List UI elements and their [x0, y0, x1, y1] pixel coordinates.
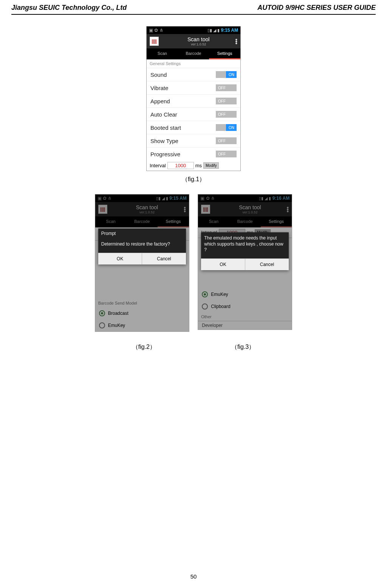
app-version: ver:1.0.52 [110, 210, 184, 214]
app-title: Scan tool [110, 204, 184, 210]
header-rule [11, 14, 376, 15]
header-left: Jiangsu SEUIC Technology Co., Ltd [11, 4, 127, 12]
app-bar: |||| Scan tool ver:1.0.52 ••• [147, 34, 240, 48]
menu-icon[interactable]: ••• [235, 39, 237, 44]
status-right-icons: ▯▮ ◢ ▮ [259, 196, 271, 201]
status-time: 9:16 AM [272, 196, 290, 201]
status-left-icons: ▣ ✿ ⋔ [98, 196, 112, 201]
row-booted: Booted start [150, 124, 216, 131]
row-developer: Developer [202, 323, 288, 328]
caption-fig3: （fig.3） [231, 343, 255, 351]
cancel-button[interactable]: Cancel [142, 253, 186, 264]
toggle-booted[interactable]: ON [216, 124, 237, 131]
screenshot-fig3: ▣ ✿ ⋔▯▮ ◢ ▮ 9:16 AM ||||Scan toolver:1.0… [198, 194, 292, 330]
radio-emukey-label: EmuKey [108, 323, 125, 328]
tab-scan[interactable]: Scan [147, 48, 178, 59]
section-other: Other [198, 313, 292, 321]
menu-icon[interactable]: ••• [184, 207, 186, 212]
radio-broadcast-label: Broadcast [108, 311, 128, 316]
dialog-emulated: The emulated mode needs the input which … [201, 232, 289, 270]
tab-barcode[interactable]: Barcode [178, 48, 209, 59]
status-bar: ▣ ✿ ⋔ ▯▮ ◢ ▮ 9:15 AM [147, 26, 240, 34]
app-title: Scan tool [162, 36, 235, 42]
caption-fig1: （fig.1） [11, 176, 376, 184]
menu-icon[interactable]: ••• [287, 207, 289, 212]
toggle-showtype[interactable]: OFF [216, 137, 237, 144]
app-version: ver:1.0.52 [162, 42, 235, 46]
row-showtype: Show Type [150, 138, 216, 144]
toggle-autoclear[interactable]: OFF [216, 111, 237, 118]
section-general: General Settings [147, 59, 240, 68]
status-right-icons: ▯▮ ◢ ▮ [156, 196, 168, 201]
status-left-icons: ▣ ✿ ⋔ [149, 28, 163, 33]
toggle-progressive[interactable]: OFF [216, 151, 237, 157]
radio-clipboard-label: Clipboard [211, 304, 230, 309]
row-progressive: Progressive [150, 151, 216, 157]
status-left-icons: ▣ ✿ ⋔ [200, 196, 215, 201]
ok-button[interactable]: OK [98, 253, 142, 264]
tab-scan[interactable]: Scan [198, 216, 229, 227]
radio-emukey[interactable] [99, 322, 105, 328]
toggle-vibrate[interactable]: OFF [216, 84, 237, 91]
radio-clipboard[interactable] [202, 303, 208, 310]
app-icon: |||| [98, 205, 107, 214]
app-version: ver:1.0.52 [213, 210, 286, 214]
screenshot-fig2: ▣ ✿ ⋔▯▮ ◢ ▮ 9:15 AM ||||Scan toolver:1.0… [95, 194, 189, 332]
row-append: Append [150, 98, 216, 104]
dialog-title: Prompt [98, 229, 186, 238]
tab-scan[interactable]: Scan [95, 216, 127, 227]
section-barcode-send: Barcode Send Model [95, 299, 189, 307]
interval-unit: ms [195, 163, 202, 168]
page-number: 50 [0, 573, 387, 580]
row-autoclear: Auto Clear [150, 111, 216, 118]
radio-emukey[interactable] [202, 291, 208, 297]
interval-input[interactable] [167, 162, 194, 169]
app-icon: |||| [201, 205, 210, 214]
toggle-sound[interactable]: ON [216, 71, 237, 78]
tab-settings[interactable]: Settings [261, 216, 292, 227]
tabs: Scan Barcode Settings [147, 48, 240, 59]
interval-label: Interval [150, 163, 166, 168]
dialog-prompt: Prompt Determined to restore the factory… [98, 229, 186, 264]
status-time: 9:15 AM [169, 196, 187, 201]
tab-barcode[interactable]: Barcode [126, 216, 158, 227]
tab-settings[interactable]: Settings [158, 216, 189, 227]
app-title: Scan tool [213, 204, 286, 210]
modify-button[interactable]: Modify [203, 162, 219, 169]
toggle-append[interactable]: OFF [216, 98, 237, 104]
radio-emukey-label: EmuKey [211, 292, 228, 297]
ok-button[interactable]: OK [201, 258, 245, 270]
dialog-body: Determined to restore the factory? [98, 238, 186, 253]
status-right-icons: ▯▮ ◢ ▮ [207, 28, 220, 33]
screenshot-fig1: ▣ ✿ ⋔ ▯▮ ◢ ▮ 9:15 AM |||| Scan tool ver:… [146, 26, 241, 171]
app-icon: |||| [150, 37, 159, 46]
row-vibrate: Vibrate [150, 85, 216, 91]
caption-fig2: （fig.2） [132, 343, 156, 351]
status-time: 9:15 AM [221, 28, 238, 33]
cancel-button[interactable]: Cancel [245, 258, 289, 270]
tab-barcode[interactable]: Barcode [229, 216, 261, 227]
tab-settings[interactable]: Settings [209, 48, 240, 59]
header-right: AUTOID 9/9HC SERIES USER GUIDE [257, 4, 376, 12]
radio-broadcast[interactable] [99, 310, 105, 316]
row-sound: Sound [150, 72, 216, 78]
dialog-body: The emulated mode needs the input which … [201, 232, 289, 258]
